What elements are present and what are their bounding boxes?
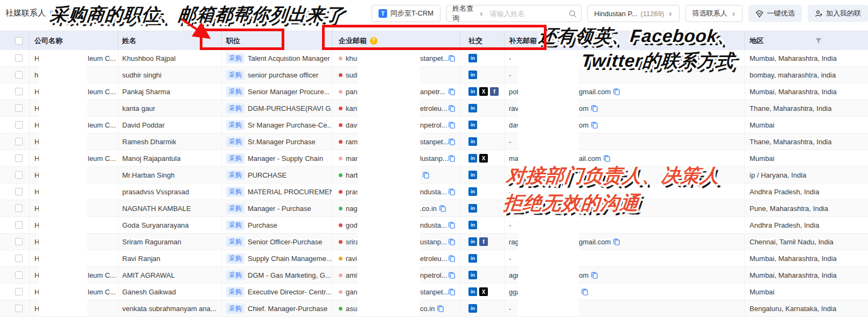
email-status-dot [339,140,342,144]
row-checkbox[interactable] [15,54,23,62]
row-checkbox[interactable] [15,71,23,79]
facebook-icon[interactable]: f [479,237,488,246]
row-checkbox[interactable] [15,121,23,129]
copy-icon[interactable] [581,288,589,295]
one-click-optimize-button[interactable]: 一键优选 [748,5,802,22]
row-checkbox[interactable] [15,88,23,95]
copy-icon[interactable] [613,88,620,95]
region-cell: Mumbai [745,150,868,166]
table-row[interactable]: Hprasadvss Vssprasad采购MATERIAL PROCUREME… [0,184,868,200]
copy-icon[interactable] [448,271,456,279]
copy-icon[interactable] [448,188,456,195]
table-row[interactable]: Hileum C...Manoj Rajapantula采购Manager - … [0,150,868,167]
linkedin-icon[interactable]: in [468,171,477,179]
linkedin-icon[interactable]: in [468,221,477,229]
copy-icon[interactable] [448,288,456,295]
table-row[interactable]: HRavi Ranjan采购Supply Chain Manageme...ra… [0,250,868,267]
row-checkbox[interactable] [15,271,23,279]
supp-email-empty: - [509,221,511,229]
linkedin-icon[interactable]: in [468,271,477,279]
copy-icon[interactable] [613,238,620,245]
company-filter-count: (11269) [641,10,664,18]
table-row[interactable]: Hileum C...Pankaj Sharma采购Senior Manager… [0,83,868,100]
copy-icon[interactable] [448,238,456,245]
linkedin-icon[interactable]: in [468,254,477,263]
copy-icon[interactable] [448,104,456,112]
copy-icon[interactable] [448,255,456,262]
filter-funnel-icon[interactable] [815,37,822,46]
table-row[interactable]: Hkanta gaur采购DGM-PURCHASE(RAVI G...kante… [0,100,868,117]
copy-icon[interactable] [591,121,598,129]
company-filter-dropdown[interactable]: Hindustan P... (11269) ∨ [587,5,680,22]
linkedin-icon[interactable]: in [468,237,477,246]
row-checkbox[interactable] [15,238,23,245]
x-twitter-icon[interactable]: X [479,287,488,296]
linkedin-icon[interactable]: in [468,287,477,296]
row-checkbox[interactable] [15,171,23,179]
table-row[interactable]: Hileum C...David Poddar采购Sr Manager Purc… [0,117,868,133]
copy-icon[interactable] [437,305,444,312]
linkedin-icon[interactable]: in [468,204,477,213]
contact-filter-dropdown[interactable]: 筛选联系人 ∨ [685,5,743,22]
row-checkbox[interactable] [15,288,23,295]
linkedin-icon[interactable]: in [468,71,477,79]
linkedin-icon[interactable]: in [468,54,477,62]
copy-icon[interactable] [448,121,456,129]
copy-icon[interactable] [448,88,456,95]
linkedin-icon[interactable]: in [468,137,477,146]
purchase-tag: 采购 [226,120,244,130]
copy-icon[interactable] [448,138,456,145]
name-query-dropdown[interactable]: 姓名查询 ∨ [447,5,488,22]
table-row[interactable]: Hileum C...AMIT AGRAWAL采购DGM - Gas Marke… [0,267,868,284]
linkedin-icon[interactable]: in [468,187,477,196]
linkedin-icon[interactable]: in [468,154,477,163]
table-row[interactable]: Hileum C...Ganesh Gaikwad采购Executive Dir… [0,284,868,300]
row-checkbox[interactable] [15,205,23,212]
email-status-dot [339,207,342,210]
row-checkbox[interactable] [15,154,23,162]
x-twitter-icon[interactable]: X [479,154,488,163]
row-checkbox[interactable] [15,255,23,262]
copy-icon[interactable] [603,154,611,162]
linkedin-icon[interactable]: in [468,121,477,129]
contact-name-cell: Ganesh Gaikwad [118,284,222,300]
linkedin-icon[interactable]: in [468,304,477,313]
add-to-my-contacts-button[interactable]: 加入我的联 [808,5,868,22]
copy-icon[interactable] [448,221,456,229]
row-checkbox[interactable] [15,104,23,112]
select-all-checkbox[interactable] [15,37,23,45]
table-row[interactable]: Hvenkata subrahmanyam ana...采购Chief. Man… [0,300,868,317]
x-twitter-icon[interactable]: X [479,87,488,96]
gem-badge-icon [755,10,764,18]
table-row[interactable]: HMr.Harban Singh采购PURCHASEharbin-ip / Ha… [0,167,868,184]
copy-icon[interactable] [439,205,446,212]
facebook-icon[interactable]: f [490,87,499,96]
row-select-cell [0,100,30,116]
contact-name: sudhir singhi [122,71,162,79]
search-input[interactable] [489,9,569,18]
company-name-fragment: leum C... [88,288,116,296]
row-checkbox[interactable] [15,138,23,145]
table-row[interactable]: HGoda Suryanarayana采购Purchasegodandusta.… [0,217,868,234]
copy-icon[interactable] [591,104,598,112]
copy-icon[interactable] [422,171,430,179]
sync-tcrm-button[interactable]: T 同步至T-CRM [372,5,440,22]
row-checkbox[interactable] [15,188,23,195]
linkedin-icon[interactable]: in [468,87,477,96]
linkedin-icon[interactable]: in [468,104,477,112]
row-select-cell [0,267,30,283]
table-row[interactable]: HRamesh Dharmik采购Sr.Manager Purchaserame… [0,133,868,150]
search-icon[interactable] [569,10,577,18]
copy-icon[interactable] [591,271,598,279]
row-checkbox[interactable] [15,305,23,312]
table-row[interactable]: Hileum C...Khushboo Rajpal采购Talent Acqui… [0,50,868,67]
table-row[interactable]: HNAGNATH KAMBALE采购Manager - Purchasenagr… [0,200,868,217]
email-fragment: etroleu... [420,255,447,263]
table-row[interactable]: hpsudhir singhi采购senior purchase officer… [0,67,868,83]
table-row[interactable]: HSriram Raguraman采购Senior Officer-Purcha… [0,234,868,250]
copy-icon[interactable] [448,154,456,162]
row-select-cell [0,133,30,150]
copy-icon[interactable] [448,54,456,62]
contact-name-cell: kanta gaur [118,100,222,116]
row-checkbox[interactable] [15,221,23,229]
